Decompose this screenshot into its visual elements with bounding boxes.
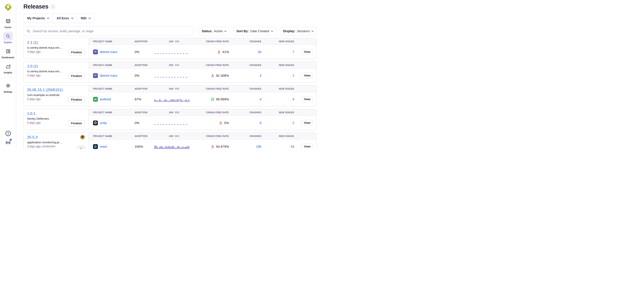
release-card: 1.0 (1) io.sentry.dotnet.maui.em… 4 days… — [24, 62, 317, 83]
display-dropdown[interactable]: Display: Sessions — [280, 27, 317, 36]
crash-free-rate-value: 0% — [224, 121, 229, 125]
crashes-link[interactable]: 4 — [260, 97, 261, 101]
chevron-down-icon — [71, 18, 74, 19]
project-link[interactable]: react — [100, 145, 107, 148]
toggle-24h[interactable]: 24H — [169, 135, 173, 137]
search-icon — [6, 34, 11, 39]
new-issues-link[interactable]: 2 — [292, 121, 294, 125]
project-link[interactable]: android — [100, 97, 111, 101]
sessions-chart[interactable] — [154, 49, 189, 55]
environments-filter-dropdown[interactable]: All Envs — [53, 14, 77, 23]
sessions-chart[interactable] — [154, 73, 189, 78]
finalize-button[interactable]: Finalize — [68, 49, 85, 56]
crashes-link[interactable]: 9 — [260, 121, 261, 125]
release-package: application.monitoring.ja… — [27, 141, 70, 144]
crashes-link[interactable]: 30 — [258, 50, 261, 54]
releases-help-icon[interactable]: ? — [50, 5, 55, 9]
table-row: unity 0% 0% 9 2 View — [89, 116, 316, 130]
finalize-button[interactable]: Finalize — [68, 96, 85, 103]
toggle-24h[interactable]: 24H — [169, 40, 173, 43]
toggle-90d[interactable]: 90D — [175, 40, 179, 43]
col-crash-free-rate: CRASH FREE RATE — [196, 135, 229, 137]
release-table: PROJECT NAME ADOPTION 24H90D CRASH FREE … — [89, 133, 316, 149]
release-package: io.sentry.dotnet.maui.em… — [27, 70, 70, 73]
table-header: PROJECT NAME ADOPTION 24H90D CRASH FREE … — [89, 38, 316, 45]
sessions-chart[interactable] — [154, 144, 189, 149]
project-link[interactable]: dotnet-maui — [100, 74, 117, 77]
toggle-90d[interactable]: 90D — [175, 87, 179, 90]
finalized-check-toggle[interactable]: ✓ — [77, 145, 86, 149]
notification-dot — [10, 139, 12, 141]
toggle-90d[interactable]: 90D — [175, 135, 179, 137]
toggle-24h[interactable]: 24H — [169, 111, 173, 114]
sidebar-item-label: Issues — [4, 26, 12, 29]
project-link[interactable]: unity — [100, 121, 107, 125]
sidebar-item-explore[interactable]: Explore — [0, 32, 16, 44]
whats-new-button[interactable] — [5, 140, 11, 146]
toggle-90d[interactable]: 90D — [175, 64, 179, 66]
gear-icon — [6, 83, 11, 88]
view-button[interactable]: View — [302, 120, 313, 126]
release-version-link[interactable]: 1.0 (1) — [27, 64, 85, 69]
projects-filter-label: My Projects — [27, 17, 45, 20]
view-button[interactable]: View — [302, 49, 313, 55]
release-version-link[interactable]: 25.5.3 — [27, 135, 85, 140]
view-button[interactable]: View — [302, 73, 313, 79]
table-row: react 100% 93.679% 20k 34 View — [89, 140, 316, 149]
chevron-down-icon — [224, 31, 226, 32]
release-version-link[interactable]: 2.1 (1) — [27, 41, 85, 45]
sidebar-item-label: Settings — [4, 91, 12, 93]
display-value: Sessions — [297, 29, 310, 33]
new-issues-link[interactable]: 2 — [292, 74, 294, 77]
col-adoption: ADOPTION — [134, 87, 152, 90]
adoption-value: 0% — [134, 74, 140, 77]
release-version-link[interactable]: 25.05.15.1 (2505151) — [27, 88, 85, 92]
sidebar-item-insights[interactable]: Insights — [0, 62, 16, 74]
sidebar-item-settings[interactable]: Settings — [0, 81, 16, 93]
display-label: Display: — [283, 29, 295, 33]
crashes-link[interactable]: 4 — [260, 74, 261, 77]
avatar[interactable] — [80, 135, 85, 140]
release-version-link[interactable]: 1.0.1 — [27, 112, 85, 116]
view-button[interactable]: View — [302, 96, 313, 102]
release-package: Sentry Defenses — [27, 117, 70, 120]
sessions-chart[interactable] — [154, 97, 189, 102]
toggle-90d[interactable]: 90D — [175, 111, 179, 114]
col-project-name: PROJECT NAME — [93, 87, 134, 90]
projects-filter-dropdown[interactable]: My Projects — [24, 14, 53, 23]
crash-free-rate-value: 41% — [222, 50, 229, 54]
new-issues-link[interactable]: 34 — [290, 145, 294, 148]
status-filter-dropdown[interactable]: Status: Active — [198, 27, 230, 36]
toggle-24h[interactable]: 24H — [169, 87, 173, 90]
release-environment: production — [43, 145, 56, 148]
crashes-link[interactable]: 20k — [256, 145, 261, 148]
date-range-filter-dropdown[interactable]: 90D — [77, 14, 94, 23]
project-link[interactable]: dotnet-maui — [100, 50, 117, 54]
col-crash-free-rate: CRASH FREE RATE — [196, 64, 229, 66]
col-project-name: PROJECT NAME — [93, 40, 134, 43]
finalize-button[interactable]: Finalize — [68, 73, 85, 79]
sessions-chart[interactable] — [154, 120, 189, 126]
release-package: com.example.vu.android — [27, 93, 70, 97]
new-issues-link[interactable]: 7 — [292, 50, 294, 54]
col-adoption: ADOPTION — [134, 64, 152, 66]
help-icon[interactable]: ? — [5, 131, 11, 136]
toggle-24h[interactable]: 24H — [169, 64, 173, 66]
chevron-down-icon — [311, 31, 314, 32]
new-issues-link[interactable]: 4 — [292, 97, 294, 101]
check-icon: ✓ — [80, 147, 82, 149]
search-input[interactable] — [32, 29, 191, 33]
release-table: PROJECT NAME ADOPTION 24H90D CRASH FREE … — [89, 109, 316, 130]
table-row: .NETMAUI dotnet-maui 0% 92.308% 4 2 View — [89, 69, 316, 82]
view-button[interactable]: View — [302, 144, 313, 149]
sentry-logo[interactable] — [4, 3, 12, 12]
search-box[interactable] — [24, 27, 194, 36]
fire-icon — [219, 121, 222, 125]
finalize-button[interactable]: Finalize — [68, 120, 85, 126]
dashboards-grid-icon — [6, 49, 11, 54]
sidebar-item-issues[interactable]: Issues — [0, 17, 16, 29]
sidebar-item-dashboards[interactable]: Dashboards — [0, 47, 16, 59]
col-new-issues: NEW ISSUES — [261, 40, 294, 43]
col-new-issues: NEW ISSUES — [261, 135, 294, 137]
sort-by-dropdown[interactable]: Sort By: Date Created — [233, 27, 276, 36]
